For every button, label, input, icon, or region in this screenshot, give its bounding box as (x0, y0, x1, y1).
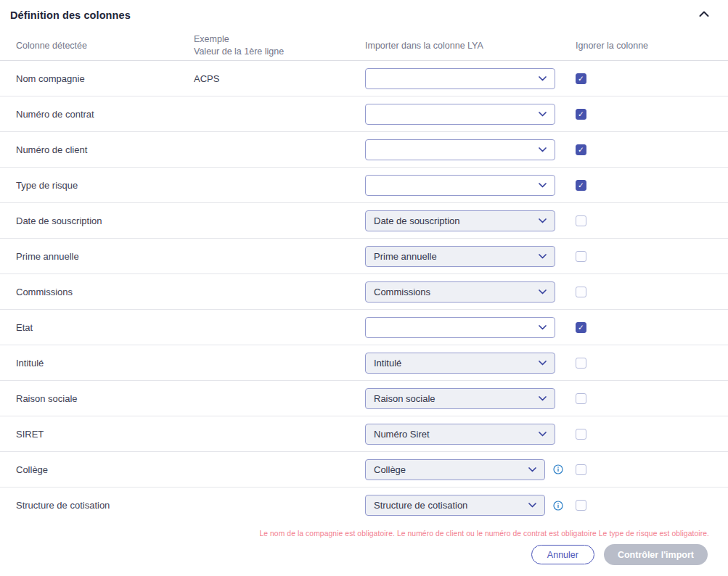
import-cell (365, 104, 576, 125)
import-column-select[interactable]: Structure de cotisation (365, 495, 545, 516)
detected-column-label: Commissions (16, 287, 194, 297)
select-value: Structure de cotisation (374, 500, 467, 511)
ignore-cell: ✓ (576, 73, 728, 84)
chevron-down-icon (539, 76, 547, 81)
import-column-select[interactable]: Date de souscription (365, 210, 555, 231)
chevron-down-icon (528, 467, 536, 472)
ignore-column-checkbox[interactable] (576, 464, 586, 475)
ignore-cell (576, 287, 728, 297)
select-value: Numéro Siret (374, 429, 430, 440)
ignore-column-checkbox[interactable] (576, 393, 586, 404)
import-column-select[interactable] (365, 317, 555, 338)
header-detected-column: Colonne détectée (16, 41, 194, 51)
page-title: Définition des colonnes (10, 9, 131, 21)
import-cell (365, 175, 576, 196)
table-row: SIRETNuméro Siret (0, 416, 728, 452)
import-cell (365, 317, 576, 338)
import-column-select[interactable]: Collège (365, 459, 545, 480)
chevron-down-icon (528, 503, 536, 508)
import-cell: Date de souscription (365, 210, 576, 231)
import-column-select[interactable] (365, 104, 555, 125)
import-column-select[interactable] (365, 68, 555, 89)
chevron-down-icon (539, 254, 547, 259)
table-row: Type de risque✓ (0, 168, 728, 203)
chevron-down-icon (539, 432, 547, 437)
header-example-line2: Valeur de la 1ère ligne (194, 46, 365, 58)
import-cell (365, 139, 576, 160)
column-table-body: Nom compagnieACPS✓Numéro de contrat✓Numé… (0, 61, 728, 523)
ignore-column-checkbox[interactable]: ✓ (576, 109, 586, 120)
ignore-column-checkbox[interactable] (576, 251, 586, 262)
import-column-select[interactable]: Commissions (365, 281, 555, 303)
ignore-column-checkbox[interactable]: ✓ (576, 73, 586, 84)
header-example-line1: Exemple (194, 33, 365, 46)
detected-column-label: Collège (16, 464, 194, 475)
ignore-column-checkbox[interactable] (576, 215, 586, 226)
ignore-column-checkbox[interactable]: ✓ (576, 144, 586, 155)
table-row: Numéro de client✓ (0, 132, 728, 168)
ignore-column-checkbox[interactable]: ✓ (576, 322, 586, 333)
import-column-select[interactable] (365, 139, 555, 160)
ignore-column-checkbox[interactable] (576, 500, 586, 511)
column-definition-panel: Définition des colonnes Colonne détectée… (0, 0, 728, 576)
import-column-select[interactable]: Numéro Siret (365, 424, 555, 445)
info-icon[interactable] (553, 501, 563, 511)
table-row: Raison socialeRaison sociale (0, 381, 728, 416)
ignore-cell (576, 215, 728, 226)
import-cell: Raison sociale (365, 388, 576, 409)
footer: Le nom de la compagnie est obligatoire. … (0, 530, 728, 565)
detected-column-label: Nom compagnie (16, 73, 194, 84)
table-row: CommissionsCommissions (0, 274, 728, 310)
chevron-down-icon (539, 147, 547, 152)
import-cell (365, 68, 576, 89)
collapse-panel-button[interactable] (698, 7, 711, 20)
chevron-up-icon (699, 11, 709, 17)
chevron-down-icon (539, 325, 547, 330)
select-value: Date de souscription (374, 215, 460, 226)
select-value: Commissions (374, 287, 430, 297)
detected-column-label: Structure de cotisation (16, 500, 194, 511)
ignore-column-checkbox[interactable]: ✓ (576, 180, 586, 191)
detected-column-label: Date de souscription (16, 215, 194, 226)
ignore-cell (576, 429, 728, 440)
table-row: Prime annuellePrime annuelle (0, 239, 728, 274)
import-cell: Numéro Siret (365, 424, 576, 445)
detected-column-label: Raison sociale (16, 393, 194, 404)
chevron-down-icon (539, 289, 547, 295)
cancel-button[interactable]: Annuler (531, 545, 594, 564)
table-row: IntituléIntitulé (0, 345, 728, 381)
ignore-column-checkbox[interactable] (576, 287, 586, 297)
chevron-down-icon (539, 218, 547, 223)
import-cell: Structure de cotisation (365, 495, 576, 516)
ignore-column-checkbox[interactable] (576, 358, 586, 369)
detected-column-label: Intitulé (16, 358, 194, 369)
ignore-cell: ✓ (576, 180, 728, 191)
chevron-down-icon (539, 183, 547, 188)
submit-import-button[interactable]: Contrôler l'import (604, 544, 708, 565)
ignore-cell (576, 464, 728, 475)
ignore-cell: ✓ (576, 144, 728, 155)
import-column-select[interactable]: Raison sociale (365, 388, 555, 409)
table-row: Nom compagnieACPS✓ (0, 61, 728, 96)
import-column-select[interactable]: Intitulé (365, 353, 555, 374)
table-row: Structure de cotisationStructure de coti… (0, 487, 728, 523)
detected-column-label: Numéro de client (16, 144, 194, 155)
select-value: Collège (374, 464, 406, 475)
import-column-select[interactable] (365, 175, 555, 196)
ignore-cell: ✓ (576, 109, 728, 120)
detected-column-label: Etat (16, 322, 194, 333)
import-column-select[interactable]: Prime annuelle (365, 246, 555, 267)
ignore-cell (576, 251, 728, 262)
chevron-down-icon (539, 361, 547, 366)
footer-buttons: Annuler Contrôler l'import (0, 544, 709, 565)
ignore-cell (576, 500, 728, 511)
table-row: Etat✓ (0, 310, 728, 345)
detected-column-label: Prime annuelle (16, 251, 194, 262)
info-icon[interactable] (553, 464, 563, 474)
select-value: Intitulé (374, 358, 401, 369)
ignore-column-checkbox[interactable] (576, 429, 586, 440)
detected-column-label: SIRET (16, 429, 194, 440)
table-header: Colonne détectée Exemple Valeur de la 1è… (0, 30, 728, 61)
detected-column-label: Type de risque (16, 180, 194, 191)
header-example: Exemple Valeur de la 1ère ligne (194, 33, 365, 57)
